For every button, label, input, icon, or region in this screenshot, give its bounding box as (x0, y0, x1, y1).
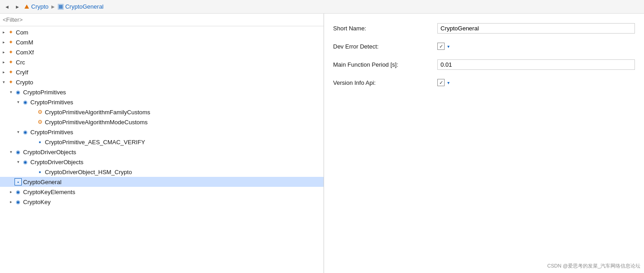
expander-cryptokey[interactable] (7, 197, 15, 207)
tree-item-cryptoprimitives3[interactable]: CryptoPrimitives (0, 127, 324, 137)
icon-cryif (7, 68, 15, 76)
icon-algorithmfamily (36, 108, 44, 116)
tree-item-cryptogeneral[interactable]: CryptoGeneral (0, 177, 324, 187)
label-mainfunctionperiod: Main Function Period [s]: (333, 61, 437, 68)
icon-algorithmmode (36, 118, 44, 126)
watermark: CSDN @爱思考的发菜_汽车网络信息论坛 (547, 263, 640, 269)
tree-item-crypto[interactable]: Crypto (0, 77, 324, 87)
tree-item-cryptodriverobjects2[interactable]: CryptoDriverObjects (0, 157, 324, 167)
expander-algorithmfamily (29, 107, 36, 117)
tree-item-cryptoprimitives2[interactable]: CryptoPrimitives (0, 97, 324, 107)
tree-item-cryptokeyelements[interactable]: CryptoKeyElements (0, 187, 324, 197)
checkbox-deverrordetect[interactable] (437, 43, 445, 50)
svg-rect-2 (59, 5, 63, 9)
tree-item-cryif[interactable]: CryIf (0, 67, 324, 77)
label-crc: Crc (16, 59, 25, 66)
value-deverrordetect: ▾ (437, 43, 635, 50)
breadcrumb-cryptogeneral-label: CryptoGeneral (65, 3, 104, 10)
icon-comxf (7, 49, 15, 56)
label-cryptoprimitives3: CryptoPrimitives (30, 129, 73, 136)
expander-cryptoprimitives1[interactable] (7, 87, 15, 97)
breadcrumb-sep1: ► (50, 4, 56, 10)
svg-marker-0 (24, 5, 29, 9)
icon-cryptoprimitives3 (22, 128, 29, 136)
expander-cryptoprimitives2[interactable] (15, 97, 22, 107)
icon-cryptokeyelements (15, 188, 22, 195)
back-button[interactable]: ◄ (3, 3, 11, 10)
tree-item-algorithmfamily[interactable]: CryptoPrimitiveAlgorithmFamilyCustoms (0, 107, 324, 117)
expander-cryptoprimitives3[interactable] (15, 127, 22, 137)
breadcrumb-cryptogeneral[interactable]: CryptoGeneral (58, 3, 104, 10)
crypto-tree-icon (24, 4, 30, 10)
checkbox-row-deverrordetect: ▾ (437, 43, 635, 50)
label-comm: ComM (16, 39, 33, 46)
left-panel: Com ComM ComXf Crc (0, 14, 324, 273)
property-row-mainfunctionperiod: Main Function Period [s]: (333, 57, 635, 72)
forward-button[interactable]: ► (13, 3, 22, 10)
label-cryptodriverobjects2: CryptoDriverObjects (30, 159, 83, 166)
tree-item-comxf[interactable]: ComXf (0, 47, 324, 57)
expander-cryptogeneral (7, 177, 15, 187)
tree-item-algorithmmode[interactable]: CryptoPrimitiveAlgorithmModeCustoms (0, 117, 324, 127)
dropdown-arrow-deverrordetect[interactable]: ▾ (447, 44, 450, 49)
tree-item-crc[interactable]: Crc (0, 57, 324, 67)
label-aes-cmac-verify: CryptoPrimitive_AES_CMAC_VERIFY (45, 139, 145, 146)
expander-aes-cmac-verify (29, 137, 36, 147)
expander-comxf[interactable] (0, 47, 7, 57)
filter-bar (0, 14, 324, 26)
tree-item-cryptokey[interactable]: CryptoKey (0, 197, 324, 207)
tree-item-hsm-crypto[interactable]: CryptoDriverObject_HSM_Crypto (0, 167, 324, 177)
tree-item-aes-cmac-verify[interactable]: CryptoPrimitive_AES_CMAC_VERIFY (0, 137, 324, 147)
breadcrumb-bar: ◄ ► Crypto ► CryptoGeneral (0, 0, 644, 14)
expander-cryptokeyelements[interactable] (7, 187, 15, 197)
property-row-versioninfoapi: Version Info Api: ▾ (333, 75, 635, 90)
filter-input[interactable] (3, 16, 321, 23)
label-cryptokey: CryptoKey (23, 199, 51, 205)
label-hsm-crypto: CryptoDriverObject_HSM_Crypto (45, 169, 132, 176)
icon-hsm-crypto (36, 168, 44, 176)
label-cryptoprimitives1: CryptoPrimitives (23, 89, 66, 96)
main-layout: Com ComM ComXf Crc (0, 14, 644, 273)
icon-cryptoprimitives1 (15, 88, 22, 96)
tree-item-cryptodriverobjects1[interactable]: CryptoDriverObjects (0, 147, 324, 157)
tree-item-cryptoprimitives1[interactable]: CryptoPrimitives (0, 87, 324, 97)
value-shortname[interactable] (437, 23, 635, 34)
breadcrumb-crypto[interactable]: Crypto (24, 3, 48, 10)
label-algorithmmode: CryptoPrimitiveAlgorithmModeCustoms (45, 119, 148, 126)
label-deverrordetect: Dev Error Detect: (333, 43, 437, 50)
tree-item-comm[interactable]: ComM (0, 37, 324, 47)
value-versioninfoapi: ▾ (437, 79, 635, 86)
expander-hsm-crypto (29, 167, 36, 177)
checkbox-row-versioninfoapi: ▾ (437, 79, 635, 86)
dropdown-arrow-versioninfoapi[interactable]: ▾ (447, 80, 450, 85)
tree-item-com[interactable]: Com (0, 27, 324, 37)
icon-cryptodriverobjects2 (22, 158, 29, 166)
expander-crypto[interactable] (0, 77, 7, 87)
label-comxf: ComXf (16, 49, 34, 56)
icon-comm (7, 39, 15, 46)
breadcrumb-crypto-label: Crypto (31, 3, 48, 10)
expander-crc[interactable] (0, 57, 7, 67)
icon-crc (7, 58, 15, 66)
icon-cryptogeneral (15, 178, 22, 185)
property-row-shortname: Short Name: (333, 21, 635, 35)
label-shortname: Short Name: (333, 25, 437, 32)
expander-comm[interactable] (0, 37, 7, 47)
expander-cryptodriverobjects1[interactable] (7, 147, 15, 157)
label-cryptogeneral: CryptoGeneral (23, 179, 62, 185)
value-mainfunctionperiod[interactable] (437, 59, 635, 70)
label-cryptoprimitives2: CryptoPrimitives (30, 99, 73, 106)
label-algorithmfamily: CryptoPrimitiveAlgorithmFamilyCustoms (45, 109, 150, 116)
expander-cryptodriverobjects2[interactable] (15, 157, 22, 167)
icon-aes-cmac-verify (36, 138, 44, 146)
tree-container[interactable]: Com ComM ComXf Crc (0, 26, 324, 273)
label-versioninfoapi: Version Info Api: (333, 79, 437, 86)
input-mainfunctionperiod[interactable] (437, 59, 635, 70)
input-shortname[interactable] (437, 23, 635, 34)
expander-cryif[interactable] (0, 67, 7, 77)
checkbox-versioninfoapi[interactable] (437, 79, 445, 86)
icon-cryptokey (15, 198, 22, 205)
cryptogeneral-icon (58, 4, 64, 10)
expander-com[interactable] (0, 27, 7, 37)
expander-algorithmmode (29, 117, 36, 127)
